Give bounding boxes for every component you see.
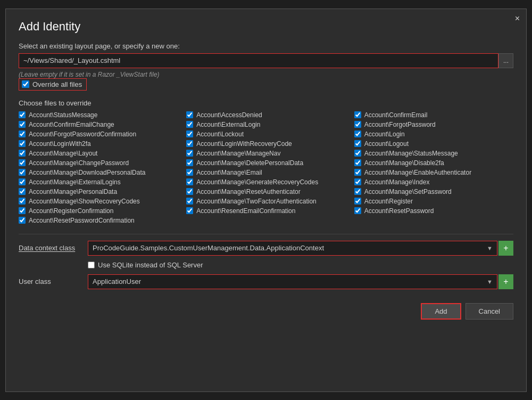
file-item: Account\Manage\ExternalLogins xyxy=(19,178,178,186)
file-item: Account\Manage\ResetAuthenticator xyxy=(186,188,345,195)
file-label: Account\Manage\EnableAuthenticator xyxy=(364,169,471,176)
file-checkbox[interactable] xyxy=(186,178,193,185)
file-checkbox[interactable] xyxy=(354,130,361,137)
file-label: Account\Manage\ResetAuthenticator xyxy=(196,188,300,195)
user-class-plus-button[interactable]: + xyxy=(498,274,513,289)
file-checkbox[interactable] xyxy=(19,169,26,176)
file-checkbox[interactable] xyxy=(19,111,26,118)
file-checkbox[interactable] xyxy=(186,188,193,195)
file-label: Account\Manage\GenerateRecoveryCodes xyxy=(196,178,318,186)
file-checkbox[interactable] xyxy=(19,140,26,147)
file-label: Account\ExternalLogin xyxy=(196,121,260,128)
file-checkbox[interactable] xyxy=(354,188,361,195)
sqlite-checkbox[interactable] xyxy=(88,262,95,268)
file-checkbox[interactable] xyxy=(186,150,193,157)
file-item: Account\Manage\PersonalData xyxy=(19,188,178,195)
file-label: Account\Manage\Index xyxy=(364,178,430,186)
file-checkbox[interactable] xyxy=(186,121,193,128)
file-label: Account\Manage\ManageNav xyxy=(196,150,280,157)
file-item: Account\LoginWithRecoveryCode xyxy=(186,140,345,148)
file-item: Account\Lockout xyxy=(186,130,345,138)
user-class-dropdown-container: ApplicationUser ▼ xyxy=(88,274,497,289)
file-label: Account\Manage\TwoFactorAuthentication xyxy=(196,198,316,205)
file-item: Account\Manage\ShowRecoveryCodes xyxy=(19,198,178,205)
file-checkbox[interactable] xyxy=(186,198,193,205)
file-item xyxy=(186,217,345,224)
file-label: Account\Login xyxy=(364,130,405,138)
file-checkbox[interactable] xyxy=(354,169,361,176)
file-item: Account\Manage\Disable2fa xyxy=(354,159,513,167)
file-checkbox[interactable] xyxy=(354,121,361,128)
data-context-select[interactable]: ProCodeGuide.Samples.CustomUserManagemen… xyxy=(88,241,483,255)
file-item: Account\Register xyxy=(354,198,513,205)
file-checkbox[interactable] xyxy=(19,121,26,128)
file-item: Account\Logout xyxy=(354,140,513,148)
file-checkbox[interactable] xyxy=(354,140,361,147)
files-grid: Account\StatusMessageAccount\AccessDenie… xyxy=(19,111,513,224)
file-item: Account\Manage\DeletePersonalData xyxy=(186,159,345,167)
file-label: Account\Manage\StatusMessage xyxy=(364,150,458,157)
file-item: Account\Manage\GenerateRecoveryCodes xyxy=(186,178,345,186)
override-all-checkbox[interactable] xyxy=(22,80,29,88)
file-label: Account\ResetPassword xyxy=(364,207,434,215)
file-item: Account\Manage\StatusMessage xyxy=(354,150,513,157)
dropdown-arrow-icon: ▼ xyxy=(483,245,497,251)
file-item: Account\Manage\EnableAuthenticator xyxy=(354,169,513,176)
file-checkbox[interactable] xyxy=(19,178,26,185)
file-checkbox[interactable] xyxy=(186,111,193,118)
file-checkbox[interactable] xyxy=(19,188,26,195)
file-checkbox[interactable] xyxy=(354,150,361,157)
file-checkbox[interactable] xyxy=(354,178,361,185)
file-item: Account\ForgotPasswordConfirmation xyxy=(19,130,178,138)
file-label: Account\Register xyxy=(364,198,413,205)
override-all-row[interactable]: Override all files xyxy=(19,78,87,91)
file-checkbox[interactable] xyxy=(19,150,26,157)
cancel-button[interactable]: Cancel xyxy=(466,303,513,320)
file-item: Account\ConfirmEmailChange xyxy=(19,121,178,128)
file-item: Account\Manage\TwoFactorAuthentication xyxy=(186,198,345,205)
file-label: Account\Logout xyxy=(364,140,409,148)
file-item xyxy=(354,217,513,224)
file-item: Account\ConfirmEmail xyxy=(354,111,513,119)
file-checkbox[interactable] xyxy=(186,130,193,137)
file-label: Account\LoginWithRecoveryCode xyxy=(196,140,292,148)
file-checkbox[interactable] xyxy=(19,130,26,137)
sqlite-row: Use SQLite instead of SQL Server xyxy=(88,261,513,269)
file-label: Account\ForgotPasswordConfirmation xyxy=(29,130,136,138)
close-button[interactable]: × xyxy=(515,14,520,23)
dialog-title: Add Identity xyxy=(19,20,513,34)
file-checkbox[interactable] xyxy=(186,169,193,176)
add-identity-dialog: × Add Identity Select an existing layout… xyxy=(5,9,527,392)
dropdown-arrow-icon-2: ▼ xyxy=(483,279,497,285)
file-item: Account\ResetPasswordConfirmation xyxy=(19,217,178,224)
file-checkbox[interactable] xyxy=(19,159,26,166)
file-item: Account\Manage\SetPassword xyxy=(354,188,513,195)
file-checkbox[interactable] xyxy=(19,207,26,214)
file-item: Account\RegisterConfirmation xyxy=(19,207,178,215)
add-button[interactable]: Add xyxy=(421,303,461,320)
file-checkbox[interactable] xyxy=(186,207,193,214)
data-context-plus-button[interactable]: + xyxy=(498,241,513,256)
file-checkbox[interactable] xyxy=(19,217,26,224)
file-checkbox[interactable] xyxy=(186,159,193,166)
file-checkbox[interactable] xyxy=(354,207,361,214)
file-label: Account\LoginWith2fa xyxy=(29,140,91,148)
layout-input[interactable] xyxy=(19,53,498,68)
user-class-select[interactable]: ApplicationUser xyxy=(88,275,483,289)
file-label: Account\ResetPasswordConfirmation xyxy=(29,217,135,224)
file-item: Account\Manage\Layout xyxy=(19,150,178,157)
file-label: Account\Manage\PersonalData xyxy=(29,188,117,195)
browse-button[interactable]: ... xyxy=(498,53,513,68)
file-checkbox[interactable] xyxy=(354,198,361,205)
files-section-label: Choose files to override xyxy=(19,99,513,107)
file-checkbox[interactable] xyxy=(354,111,361,118)
file-checkbox[interactable] xyxy=(354,159,361,166)
file-item: Account\Manage\ChangePassword xyxy=(19,159,178,167)
file-label: Account\AccessDenied xyxy=(196,111,262,119)
file-item: Account\LoginWith2fa xyxy=(19,140,178,148)
file-checkbox[interactable] xyxy=(19,198,26,205)
file-label: Account\RegisterConfirmation xyxy=(29,207,113,215)
file-checkbox[interactable] xyxy=(186,140,193,147)
data-context-dropdown-container: ProCodeGuide.Samples.CustomUserManagemen… xyxy=(88,241,497,256)
user-class-label: User class xyxy=(19,277,88,285)
